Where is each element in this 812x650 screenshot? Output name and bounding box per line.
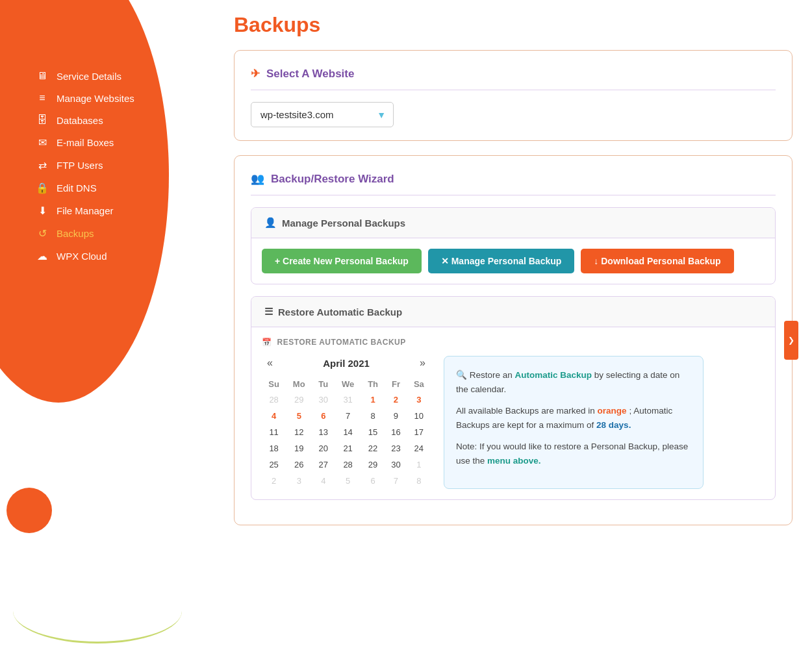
service-details-icon: 🖥 bbox=[36, 70, 49, 82]
calendar-month-title: April 2021 bbox=[323, 358, 370, 369]
menu-above-bold: menu above. bbox=[487, 456, 541, 466]
backup-restore-card: 👥 Backup/Restore Wizard 👤 Manage Persona… bbox=[234, 155, 793, 525]
sidebar-item-backups[interactable]: ↺Backups bbox=[36, 222, 214, 245]
calendar-cell[interactable]: 1 bbox=[361, 392, 385, 408]
calendar-icon: 📅 bbox=[262, 338, 272, 347]
calendar-cell: 13 bbox=[312, 424, 335, 440]
download-personal-backup-button[interactable]: ↓ Download Personal Backup bbox=[581, 249, 733, 273]
person-icon: 👤 bbox=[264, 217, 277, 229]
sidebar-item-email-boxes[interactable]: ✉E-mail Boxes bbox=[36, 131, 214, 154]
calendar-cell[interactable]: 3 bbox=[407, 392, 431, 408]
calendar-cell: 30 bbox=[312, 392, 335, 408]
calendar-cell: 20 bbox=[312, 440, 335, 456]
select-website-header: ✈ Select A Website bbox=[251, 67, 776, 90]
calendar-week-5: 2345678 bbox=[262, 473, 431, 489]
calendar-cell: 29 bbox=[286, 392, 312, 408]
website-select-wrapper[interactable]: wp-testsite3.com ▼ bbox=[251, 102, 394, 127]
calendar-cell[interactable]: 4 bbox=[262, 408, 286, 424]
calendar-cell: 3 bbox=[286, 473, 312, 489]
calendar-cell: 11 bbox=[262, 424, 286, 440]
calendar-cell: 22 bbox=[361, 440, 385, 456]
list-icon: ☰ bbox=[264, 306, 273, 318]
calendar-week-3: 18192021222324 bbox=[262, 440, 431, 456]
calendar-cell[interactable]: 2 bbox=[385, 392, 407, 408]
sidebar-item-ftp-users[interactable]: ⇄FTP Users bbox=[36, 154, 214, 177]
sidebar-label-backups: Backups bbox=[57, 228, 94, 239]
sidebar-item-service-details[interactable]: 🖥Service Details bbox=[36, 65, 214, 87]
sidebar-label-email-boxes: E-mail Boxes bbox=[57, 137, 114, 148]
calendar-cell: 29 bbox=[361, 456, 385, 473]
days-bold: 28 days. bbox=[596, 420, 631, 430]
calendar-cell: 7 bbox=[385, 473, 407, 489]
calendar-cell: 9 bbox=[385, 408, 407, 424]
info-line-3: Note: If you would like to restore a Per… bbox=[456, 440, 691, 468]
page-title: Backups bbox=[234, 13, 793, 37]
calendar-prev-button[interactable]: « bbox=[262, 356, 278, 370]
calendar-cell: 6 bbox=[361, 473, 385, 489]
calendar-cell: 30 bbox=[385, 456, 407, 473]
info-line-1: 🔍 Restore an Automatic Backup by selecti… bbox=[456, 368, 691, 396]
calendar-cell: 5 bbox=[335, 473, 361, 489]
calendar-day-header-tu: Tu bbox=[312, 377, 335, 392]
calendar-nav: « April 2021 » bbox=[262, 356, 431, 370]
calendar-cell: 12 bbox=[286, 424, 312, 440]
select-website-card: ✈ Select A Website wp-testsite3.com ▼ bbox=[234, 50, 793, 141]
calendar-cell: 23 bbox=[385, 440, 407, 456]
databases-icon: 🗄 bbox=[36, 114, 49, 126]
calendar-cell: 19 bbox=[286, 440, 312, 456]
calendar-cell: 14 bbox=[335, 424, 361, 440]
calendar-week-2: 11121314151617 bbox=[262, 424, 431, 440]
restore-auto-section-title: 📅 RESTORE AUTOMATIC BACKUP bbox=[262, 338, 765, 347]
wpx-cloud-icon: ☁ bbox=[36, 250, 49, 262]
side-scroll-indicator[interactable]: ❯ bbox=[784, 321, 798, 360]
backups-icon: ↺ bbox=[36, 227, 49, 240]
calendar-cell: 1 bbox=[407, 456, 431, 473]
calendar-day-header-su: Su bbox=[262, 377, 286, 392]
sidebar-label-edit-dns: Edit DNS bbox=[57, 182, 97, 194]
sidebar-item-file-manager[interactable]: ⬇File Manager bbox=[36, 199, 214, 222]
sidebar-arc bbox=[13, 579, 182, 644]
info-line-2: All available Backups are marked in oran… bbox=[456, 404, 691, 432]
select-website-label: Select A Website bbox=[266, 68, 354, 81]
calendar-header-row: SuMoTuWeThFrSa bbox=[262, 377, 431, 392]
sidebar-item-edit-dns[interactable]: 🔒Edit DNS bbox=[36, 177, 214, 199]
calendar-cell[interactable]: 6 bbox=[312, 408, 335, 424]
calendar-week-1: 45678910 bbox=[262, 408, 431, 424]
calendar-table: SuMoTuWeThFrSa 2829303112345678910111213… bbox=[262, 377, 431, 489]
calendar-cell: 10 bbox=[407, 408, 431, 424]
sidebar-label-ftp-users: FTP Users bbox=[57, 160, 103, 171]
info-box: 🔍 Restore an Automatic Backup by selecti… bbox=[444, 356, 704, 489]
calendar-week-4: 2526272829301 bbox=[262, 456, 431, 473]
manage-personal-backup-button[interactable]: ✕ Manage Personal Backup bbox=[428, 249, 575, 273]
sidebar-circle-small bbox=[6, 488, 52, 533]
calendar-next-button[interactable]: » bbox=[414, 356, 431, 370]
calendar-cell: 8 bbox=[361, 408, 385, 424]
restore-automatic-backup-section: ☰ Restore Automatic Backup 📅 RESTORE AUT… bbox=[251, 296, 776, 500]
calendar-cell[interactable]: 5 bbox=[286, 408, 312, 424]
create-new-backup-button[interactable]: + Create New Personal Backup bbox=[262, 249, 422, 273]
restore-automatic-backup-header[interactable]: ☰ Restore Automatic Backup bbox=[251, 297, 775, 327]
sidebar-label-file-manager: File Manager bbox=[57, 205, 114, 216]
calendar-section-content: 📅 RESTORE AUTOMATIC BACKUP « April 2021 … bbox=[251, 327, 775, 499]
sidebar-item-wpx-cloud[interactable]: ☁WPX Cloud bbox=[36, 245, 214, 268]
manage-websites-icon: ≡ bbox=[36, 92, 49, 104]
calendar-cell: 28 bbox=[262, 392, 286, 408]
manage-personal-backups-label: Manage Personal Backups bbox=[282, 218, 405, 229]
calendar-tbody: 2829303112345678910111213141516171819202… bbox=[262, 392, 431, 489]
restore-auto-label: Restore Automatic Backup bbox=[278, 306, 402, 318]
edit-dns-icon: 🔒 bbox=[36, 182, 49, 194]
sidebar-label-service-details: Service Details bbox=[57, 71, 121, 82]
website-select[interactable]: wp-testsite3.com bbox=[251, 102, 394, 127]
manage-personal-backups-header[interactable]: 👤 Manage Personal Backups bbox=[251, 208, 775, 238]
calendar-cell: 16 bbox=[385, 424, 407, 440]
sidebar-item-manage-websites[interactable]: ≡Manage Websites bbox=[36, 87, 214, 109]
calendar-info-row: « April 2021 » SuMoTuWeThFrSa 2829303112… bbox=[262, 356, 765, 489]
sidebar-label-databases: Databases bbox=[57, 115, 103, 126]
calendar-cell: 2 bbox=[262, 473, 286, 489]
email-boxes-icon: ✉ bbox=[36, 136, 49, 149]
ftp-users-icon: ⇄ bbox=[36, 159, 49, 171]
sidebar-item-databases[interactable]: 🗄Databases bbox=[36, 109, 214, 131]
calendar-day-header-fr: Fr bbox=[385, 377, 407, 392]
wizard-icon: 👥 bbox=[251, 172, 264, 186]
calendar-week-0: 28293031123 bbox=[262, 392, 431, 408]
